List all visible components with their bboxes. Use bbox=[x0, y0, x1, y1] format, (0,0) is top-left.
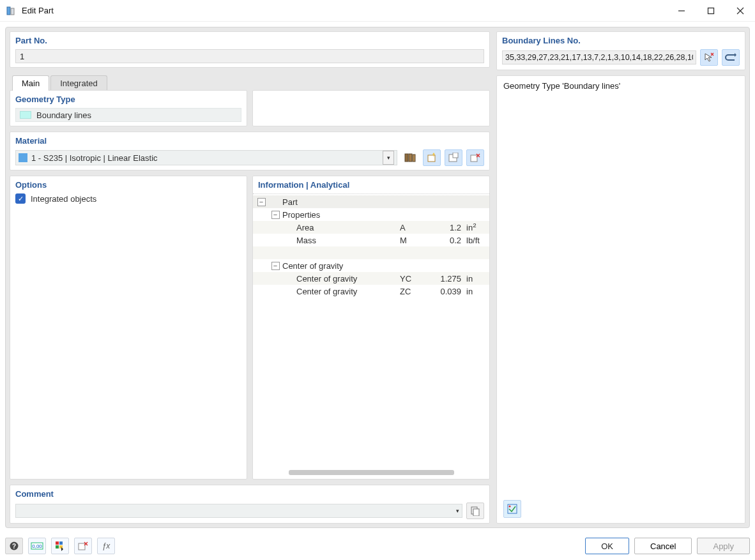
part-no-label: Part No. bbox=[15, 36, 484, 45]
left-column: Part No. Main Integrated Geometry Type bbox=[10, 31, 490, 524]
part-no-input[interactable] bbox=[15, 49, 484, 63]
edit-part-dialog: Edit Part Part No. Ma bbox=[0, 0, 755, 560]
tab-main[interactable]: Main bbox=[12, 75, 49, 91]
geometry-type-text: Boundary lines bbox=[36, 110, 91, 120]
svg-rect-6 bbox=[405, 154, 408, 162]
tree-row-area: Area A 1.2 in2 bbox=[253, 221, 489, 234]
information-panel: Information | Analytical − Part bbox=[252, 176, 490, 480]
collapse-icon[interactable]: − bbox=[271, 262, 280, 270]
svg-rect-31 bbox=[56, 545, 59, 549]
right-column: Boundary Lines No. Geometry Type 'Bounda… bbox=[496, 31, 745, 524]
upper-grid: Part No. Main Integrated Geometry Type bbox=[5, 27, 750, 528]
material-library-button[interactable] bbox=[401, 149, 419, 166]
geometry-type-value: Boundary lines bbox=[15, 108, 241, 122]
information-title: Information | Analytical bbox=[253, 180, 489, 190]
svg-text:0,00: 0,00 bbox=[32, 543, 42, 549]
unit-area: in2 bbox=[464, 222, 489, 232]
svg-rect-3 bbox=[708, 8, 714, 13]
material-new-button[interactable] bbox=[423, 149, 441, 166]
select-button[interactable] bbox=[74, 538, 92, 554]
units-button[interactable]: 0,00 bbox=[28, 538, 46, 554]
comment-title: Comment bbox=[15, 489, 484, 499]
geometry-type-panel: Geometry Type Boundary lines bbox=[10, 90, 247, 126]
svg-rect-0 bbox=[7, 7, 10, 15]
color-legend-button[interactable] bbox=[51, 538, 69, 554]
svg-marker-19 bbox=[705, 54, 712, 61]
cancel-button[interactable]: Cancel bbox=[634, 538, 692, 554]
material-color-swatch bbox=[19, 153, 27, 162]
ok-button[interactable]: OK bbox=[585, 538, 629, 554]
material-edit-button[interactable] bbox=[445, 149, 462, 166]
tree-row-mass: Mass M 0.2 lb/ft bbox=[253, 234, 489, 246]
tab-integrated[interactable]: Integrated bbox=[50, 75, 107, 91]
options-panel: Options ✓ Integrated objects bbox=[10, 176, 247, 480]
svg-rect-8 bbox=[413, 155, 415, 162]
tree-row-cog-z: Center of gravity ZC 0.039 in bbox=[253, 285, 489, 298]
svg-marker-22 bbox=[735, 53, 736, 57]
function-button[interactable]: ƒx bbox=[97, 538, 115, 554]
tree-row-cog-y: Center of gravity YC 1.275 in bbox=[253, 272, 489, 285]
apply-button: Apply bbox=[697, 538, 750, 554]
material-title: Material bbox=[15, 136, 484, 146]
material-panel: Material 1 - S235 | Isotropic | Linear E… bbox=[10, 132, 490, 170]
svg-rect-30 bbox=[59, 541, 63, 545]
boundary-lines-label: Boundary Lines No. bbox=[502, 36, 740, 45]
svg-text:ƒx: ƒx bbox=[102, 541, 111, 550]
svg-point-24 bbox=[509, 506, 511, 508]
svg-rect-14 bbox=[471, 155, 477, 162]
options-title: Options bbox=[15, 180, 241, 190]
svg-rect-34 bbox=[79, 543, 85, 550]
integrated-objects-checkbox[interactable]: ✓ bbox=[15, 193, 26, 204]
close-button[interactable] bbox=[726, 0, 755, 21]
comment-dropdown[interactable]: ▾ bbox=[15, 504, 462, 518]
part-no-panel: Part No. bbox=[10, 31, 490, 68]
material-pick-button[interactable] bbox=[466, 149, 484, 166]
boundary-lines-input[interactable] bbox=[502, 50, 696, 64]
app-icon bbox=[5, 5, 17, 17]
preview-text: Geometry Type 'Boundary lines' bbox=[503, 81, 738, 91]
collapse-icon[interactable]: − bbox=[257, 198, 266, 206]
boundary-lines-panel: Boundary Lines No. bbox=[496, 31, 745, 70]
information-tree: − Part − Properties bbox=[253, 193, 489, 467]
geometry-type-title: Geometry Type bbox=[15, 95, 241, 104]
minimize-button[interactable] bbox=[667, 0, 696, 21]
reverse-button[interactable] bbox=[722, 49, 740, 66]
geometry-color-swatch bbox=[20, 111, 31, 119]
tree-node-cog[interactable]: − Center of gravity bbox=[253, 259, 489, 272]
material-dropdown[interactable]: 1 - S235 | Isotropic | Linear Elastic ▾ bbox=[15, 150, 397, 165]
svg-rect-18 bbox=[473, 509, 479, 516]
tree-node-part[interactable]: − Part bbox=[253, 195, 489, 208]
window-title: Edit Part bbox=[22, 6, 667, 15]
pick-in-model-button[interactable] bbox=[700, 49, 718, 66]
titlebar: Edit Part bbox=[0, 0, 755, 22]
svg-rect-7 bbox=[409, 154, 412, 162]
content-area: Part No. Main Integrated Geometry Type bbox=[0, 22, 755, 533]
window-controls bbox=[667, 0, 755, 21]
maximize-button[interactable] bbox=[696, 0, 726, 21]
material-selected-text: 1 - S235 | Isotropic | Linear Elastic bbox=[31, 153, 158, 163]
svg-rect-29 bbox=[56, 541, 59, 545]
collapse-icon[interactable]: − bbox=[271, 211, 280, 219]
svg-rect-1 bbox=[11, 8, 14, 15]
chevron-down-icon: ▾ bbox=[456, 508, 459, 514]
svg-rect-13 bbox=[453, 153, 458, 158]
comment-panel: Comment ▾ bbox=[10, 485, 490, 524]
tree-blank-row bbox=[253, 246, 489, 259]
tree-node-properties[interactable]: − Properties bbox=[253, 208, 489, 221]
empty-panel bbox=[252, 90, 490, 126]
chevron-down-icon: ▾ bbox=[383, 151, 394, 165]
preview-toggle-button[interactable] bbox=[503, 500, 521, 518]
preview-panel: Geometry Type 'Boundary lines' bbox=[496, 75, 745, 524]
comment-copy-button[interactable] bbox=[466, 503, 484, 519]
integrated-objects-label: Integrated objects bbox=[31, 194, 96, 204]
svg-marker-10 bbox=[432, 153, 435, 155]
help-button[interactable]: ? bbox=[5, 538, 23, 554]
svg-text:?: ? bbox=[12, 543, 16, 550]
horizontal-scrollbar[interactable] bbox=[289, 470, 454, 475]
dialog-footer: ? 0,00 ƒx OK Cancel Apply bbox=[0, 533, 755, 560]
tabs: Main Integrated bbox=[10, 73, 490, 91]
